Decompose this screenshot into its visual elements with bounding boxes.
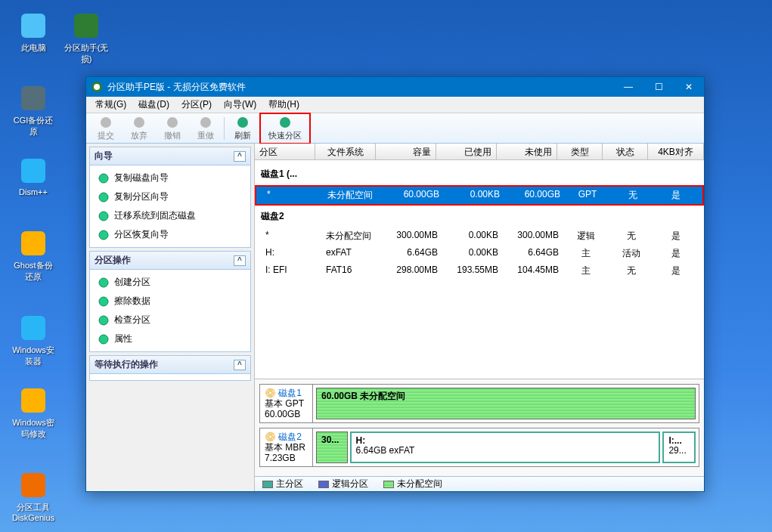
disk-group-label: 磁盘1 (...: [261, 163, 698, 185]
cell: 未分配空间: [321, 230, 382, 243]
partition-row[interactable]: I: EFIFAT16298.00MB193.55MB104.45MB主无是: [261, 262, 698, 280]
cell: 是: [654, 247, 698, 260]
svg-point-21: [99, 297, 108, 306]
legend-item: 未分配空间: [383, 478, 442, 490]
maximize-button[interactable]: ☐: [643, 77, 674, 97]
collapse-icon[interactable]: ^: [234, 151, 246, 162]
app-icon: [71, 11, 101, 41]
svg-rect-4: [21, 231, 45, 255]
wizard-item[interactable]: 复制分区向导: [93, 187, 247, 206]
legend-swatch: [383, 481, 394, 488]
column-header[interactable]: 文件系统: [315, 144, 376, 159]
toolbar-label: 快速分区: [268, 130, 302, 141]
toolbar-button-重做: 重做: [189, 114, 222, 143]
app-icon: [18, 470, 48, 500]
menu-item[interactable]: 常规(G): [89, 96, 132, 113]
toolbar-icon: [199, 116, 212, 129]
close-button[interactable]: ✕: [674, 77, 704, 97]
panel-title: 向导: [95, 150, 113, 162]
desktop-icon[interactable]: 分区工具DiskGenius: [11, 470, 56, 522]
cell: 300.00MB: [503, 230, 563, 243]
desktop-icon[interactable]: Windows密码修改: [11, 385, 56, 440]
toolbar-label: 提交: [98, 130, 114, 141]
partition-block[interactable]: 30...: [316, 431, 348, 463]
app-icon: [18, 83, 48, 113]
desktop-icon[interactable]: Ghost备份还原: [11, 228, 56, 283]
wizard-item[interactable]: 创建分区: [93, 273, 247, 292]
panel-header[interactable]: 分区操作^: [90, 252, 250, 270]
wizard-label: 迁移系统到固态磁盘: [114, 209, 196, 222]
collapse-icon[interactable]: ^: [234, 360, 246, 370]
partition-row[interactable]: *未分配空间60.00GB0.00KB60.00GBGPT无是: [255, 185, 704, 206]
menu-item[interactable]: 向导(W): [218, 96, 262, 113]
toolbar-label: 放弃: [131, 130, 147, 141]
legend-label: 主分区: [276, 478, 303, 490]
icon-label: 此电脑: [11, 42, 56, 54]
collapse-icon[interactable]: ^: [234, 255, 246, 266]
column-header[interactable]: 已使用: [436, 144, 497, 159]
wizard-item[interactable]: 迁移系统到固态磁盘: [93, 206, 247, 225]
cell: 无: [610, 189, 656, 202]
column-header[interactable]: 4KB对齐: [648, 144, 704, 159]
toolbar-button-快速分区[interactable]: 快速分区: [259, 113, 311, 144]
panel-header[interactable]: 等待执行的操作^: [90, 356, 250, 374]
svg-point-13: [200, 117, 211, 128]
icon-label: CGI备份还原: [11, 115, 56, 138]
partition-block[interactable]: I:...29...: [662, 431, 696, 463]
wizard-item[interactable]: 检查分区: [93, 311, 247, 329]
panel-title: 分区操作: [95, 254, 131, 267]
toolbar-button-放弃: 放弃: [122, 114, 156, 143]
wizard-icon: [98, 295, 110, 308]
svg-rect-3: [21, 159, 45, 183]
disk-info: 📀 磁盘1基本 GPT60.00GB: [260, 385, 313, 422]
partition-block[interactable]: H:6.64GB exFAT: [350, 431, 661, 463]
icon-label: 分区工具DiskGenius: [11, 502, 56, 522]
desktop-icon[interactable]: CGI备份还原: [11, 83, 56, 138]
column-header[interactable]: 未使用: [497, 144, 557, 159]
disk-bar: 📀 磁盘1基本 GPT60.00GB60.00GB 未分配空间: [259, 384, 699, 423]
desktop-icon[interactable]: Windows安装器: [11, 313, 56, 367]
wizard-item[interactable]: 分区恢复向导: [93, 225, 247, 244]
toolbar-icon: [132, 116, 146, 129]
partition-row[interactable]: H:exFAT6.64GB0.00KB6.64GB主活动是: [261, 245, 698, 262]
column-header[interactable]: 容量: [376, 144, 436, 159]
menu-item[interactable]: 分区(P): [175, 96, 218, 113]
cell: I: EFI: [261, 264, 321, 277]
desktop-icon[interactable]: 分区助手(无损): [64, 11, 109, 65]
minimize-button[interactable]: —: [613, 77, 643, 97]
grid-header: 分区文件系统容量已使用未使用类型状态4KB对齐: [255, 144, 704, 160]
toolbar-button-刷新[interactable]: 刷新: [226, 114, 259, 143]
app-icon: [18, 156, 48, 186]
legend-item: 主分区: [262, 478, 303, 490]
column-header[interactable]: 状态: [603, 144, 648, 159]
cell: H:: [261, 247, 321, 260]
svg-rect-2: [21, 86, 45, 110]
partition-block[interactable]: 60.00GB 未分配空间: [316, 388, 696, 419]
cell: *: [261, 230, 321, 243]
menu-item[interactable]: 磁盘(D): [132, 96, 175, 113]
icon-label: Ghost备份还原: [11, 260, 56, 283]
menu-item[interactable]: 帮助(H): [262, 96, 305, 113]
cell: 是: [656, 189, 696, 202]
icon-label: 分区助手(无损): [64, 42, 109, 65]
app-icon: [91, 81, 103, 93]
cell: 298.00MB: [382, 264, 442, 277]
toolbar-icon: [236, 116, 250, 129]
wizard-item[interactable]: 擦除数据: [93, 292, 247, 311]
desktop-icon[interactable]: 此电脑: [11, 11, 56, 54]
svg-rect-6: [21, 388, 45, 413]
left-pane: 向导^复制磁盘向导复制分区向导迁移系统到固态磁盘分区恢复向导分区操作^创建分区擦…: [86, 144, 254, 491]
desktop-icon[interactable]: Dism++: [11, 156, 56, 196]
panel-header[interactable]: 向导^: [90, 147, 250, 165]
wizard-item[interactable]: 复制磁盘向导: [93, 169, 247, 187]
wizard-item[interactable]: 属性: [93, 329, 247, 348]
legend-label: 逻辑分区: [332, 478, 368, 490]
svg-point-19: [99, 230, 108, 240]
toolbar-icon: [99, 116, 113, 129]
svg-point-14: [237, 117, 248, 128]
partition-row[interactable]: *未分配空间300.00MB0.00KB300.00MB逻辑无是: [261, 227, 698, 245]
column-header[interactable]: 类型: [557, 144, 603, 159]
wizard-icon: [98, 314, 110, 326]
legend: 主分区逻辑分区未分配空间: [255, 476, 704, 491]
column-header[interactable]: 分区: [255, 144, 315, 159]
